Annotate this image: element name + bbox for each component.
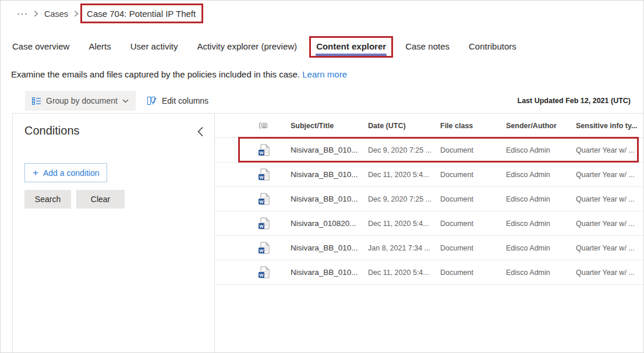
doc-file-class: Document [440, 220, 506, 228]
column-header-file-class[interactable]: File class [440, 122, 506, 130]
edit-columns-label: Edit columns [162, 96, 208, 105]
toolbar: Group by document Edit columns Last Upda… [25, 90, 631, 111]
svg-text:W: W [259, 273, 264, 278]
table-row[interactable]: W Nisivara_BB_010... Dec 9, 2020 7:25 ..… [215, 187, 643, 211]
breadcrumb: ··· Cases Case 704: Potential IP Theft [17, 8, 198, 20]
description-text: Examine the emails and files captured by… [11, 69, 300, 79]
page-title: Case 704: Potential IP Theft [87, 9, 196, 19]
doc-date: Dec 11, 2020 5:4... [368, 171, 440, 179]
doc-file-class: Document [440, 195, 506, 203]
svg-text:W: W [259, 150, 264, 156]
svg-text:W: W [259, 248, 264, 253]
doc-sensitive-info: Quarter Year w/ ... [576, 269, 643, 277]
doc-sender: Edisco Admin [506, 195, 576, 203]
doc-sender: Edisco Admin [506, 269, 576, 277]
doc-sender: Edisco Admin [506, 244, 576, 252]
conditions-title: Conditions [24, 124, 203, 137]
doc-sensitive-info: Quarter Year w/ ... [576, 220, 643, 228]
doc-file-class: Document [440, 244, 506, 252]
add-condition-label: Add a condition [43, 168, 100, 178]
svg-text:W: W [259, 199, 264, 204]
documents-table: Subject/Title Date (UTC) File class Send… [215, 113, 643, 352]
tab-case-notes[interactable]: Case notes [404, 39, 451, 58]
doc-file-class: Document [440, 171, 506, 179]
svg-text:W: W [259, 175, 264, 180]
group-by-document-button[interactable]: Group by document [25, 91, 136, 111]
svg-text:W: W [259, 224, 264, 229]
doc-date: Dec 9, 2020 7:25 ... [368, 195, 440, 203]
doc-title: Nisivara_BB_010... [291, 195, 368, 203]
column-header-subject[interactable]: Subject/Title [291, 122, 368, 130]
word-doc-icon: W [215, 168, 291, 181]
doc-sensitive-info: Quarter Year w/ ... [576, 244, 643, 252]
learn-more-link[interactable]: Learn more [302, 69, 347, 79]
tab-label: Content explorer [316, 41, 386, 51]
tab-activity-explorer[interactable]: Activity explorer (preview) [196, 39, 298, 58]
clear-button[interactable]: Clear [76, 190, 125, 209]
word-doc-icon: W [215, 266, 291, 279]
doc-file-class: Document [440, 269, 506, 277]
page-description: Examine the emails and files captured by… [11, 69, 347, 79]
doc-sender: Edisco Admin [506, 146, 576, 154]
breadcrumb-overflow-icon[interactable]: ··· [17, 9, 28, 19]
word-doc-icon: W [215, 242, 291, 255]
doc-title: Nisivara_BB_010... [291, 146, 368, 154]
table-row[interactable]: W Nisivara_BB_010... Dec 11, 2020 5:4...… [215, 163, 643, 187]
chevron-right-icon [74, 10, 79, 17]
doc-sender: Edisco Admin [506, 171, 576, 179]
word-doc-icon: W [215, 217, 291, 230]
grouped-list-icon [32, 97, 41, 105]
column-header-sensitive-info[interactable]: Sensitive info ty... [576, 122, 643, 130]
table-row[interactable]: W Nisivara_BB_010... Jan 8, 2021 7:34 ..… [215, 236, 643, 260]
group-by-label: Group by document [46, 96, 118, 105]
column-header-sender[interactable]: Sender/Author [506, 122, 576, 130]
edit-columns-button[interactable]: Edit columns [140, 91, 215, 111]
table-header-row: Subject/Title Date (UTC) File class Send… [215, 114, 643, 138]
chevron-down-icon [122, 99, 129, 103]
chevron-left-icon [197, 126, 204, 137]
last-updated-text: Last Updated Feb 12, 2021 (UTC) [518, 97, 631, 105]
tab-case-overview[interactable]: Case overview [11, 39, 70, 58]
doc-date: Dec 11, 2020 5:4... [368, 269, 440, 277]
breadcrumb-item-current-case: Case 704: Potential IP Theft [84, 8, 198, 20]
tab-content-explorer[interactable]: Content explorer [315, 39, 387, 58]
edit-columns-icon [147, 97, 157, 105]
main-content: Conditions + Add a condition Search Clea… [12, 113, 643, 352]
tab-contributors[interactable]: Contributors [468, 39, 518, 58]
conditions-panel: Conditions + Add a condition Search Clea… [12, 113, 215, 352]
file-type-column-icon [215, 122, 291, 129]
word-doc-icon: W [215, 144, 291, 157]
table-row[interactable]: W Nisivara_BB_010... Dec 9, 2020 7:25 ..… [215, 138, 643, 163]
doc-sensitive-info: Quarter Year w/ ... [576, 195, 643, 203]
doc-date: Dec 9, 2020 7:25 ... [368, 146, 440, 154]
search-button[interactable]: Search [24, 190, 71, 209]
doc-title: Nisivara_BB_010... [291, 243, 368, 252]
doc-title: Nisivara_BB_010... [291, 268, 368, 277]
table-row[interactable]: W Nisivara_BB_010... Dec 11, 2020 5:4...… [215, 260, 643, 285]
chevron-right-icon [34, 10, 38, 17]
table-row[interactable]: W Nisivara_010820... Dec 11, 2020 5:4...… [215, 211, 643, 236]
tab-user-activity[interactable]: User activity [129, 39, 179, 58]
doc-date: Dec 11, 2020 5:4... [368, 220, 440, 228]
doc-sender: Edisco Admin [506, 220, 576, 228]
doc-sensitive-info: Quarter Year w/ ... [576, 146, 643, 154]
column-header-date[interactable]: Date (UTC) [368, 122, 440, 130]
tab-alerts[interactable]: Alerts [87, 39, 112, 58]
doc-file-class: Document [440, 146, 506, 154]
add-condition-button[interactable]: + Add a condition [24, 163, 107, 182]
doc-date: Jan 8, 2021 7:34 ... [368, 244, 440, 252]
collapse-panel-button[interactable] [196, 125, 205, 138]
doc-title: Nisivara_BB_010... [291, 170, 368, 179]
breadcrumb-item-cases[interactable]: Cases [44, 9, 68, 19]
tab-bar: Case overview Alerts User activity Activ… [11, 39, 638, 58]
active-tab-indicator [316, 54, 387, 56]
word-doc-icon: W [215, 193, 291, 206]
content-explorer-screen: ··· Cases Case 704: Potential IP Theft C… [0, 0, 644, 353]
doc-sensitive-info: Quarter Year w/ ... [576, 171, 643, 179]
doc-title: Nisivara_010820... [291, 219, 368, 228]
plus-icon: + [33, 168, 38, 178]
